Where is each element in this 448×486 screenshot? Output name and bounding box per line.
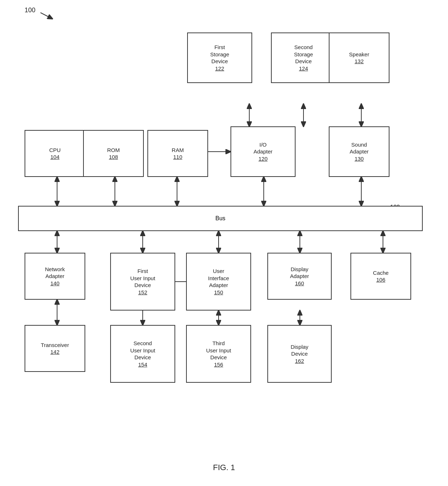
ui-adapter-node: UserInterfaceAdapter 150 [186,253,251,311]
second-user-input-node: SecondUser InputDevice 154 [110,325,175,383]
bus-node: Bus [18,206,423,231]
rom-node: ROM 108 [83,130,144,177]
svg-line-21 [40,13,52,19]
first-storage-node: FirstStorageDevice 122 [187,32,252,83]
diagram-number-label: 100 [25,6,35,14]
cpu-node: CPU 104 [25,130,85,177]
second-storage-node: SecondStorageDevice 124 [271,32,336,83]
ram-node: RAM 110 [147,130,208,177]
speaker-node: Speaker 132 [329,32,389,83]
display-device-node: DisplayDevice 162 [267,325,332,383]
sound-adapter-node: SoundAdapter 130 [329,126,389,177]
cache-node: Cache 106 [350,253,411,300]
io-adapter-node: I/OAdapter 120 [231,126,296,177]
figure-label: FIG. 1 [0,463,448,472]
display-adapter-node: DisplayAdapter 160 [267,253,332,300]
transceiver-node: Transceiver 142 [25,325,85,372]
first-user-input-node: FirstUser InputDevice 152 [110,253,175,311]
third-user-input-node: ThirdUser InputDevice 156 [186,325,251,383]
diagram: 100 FIG. 1 102 [0,0,448,486]
network-adapter-node: NetworkAdapter 140 [25,253,85,300]
